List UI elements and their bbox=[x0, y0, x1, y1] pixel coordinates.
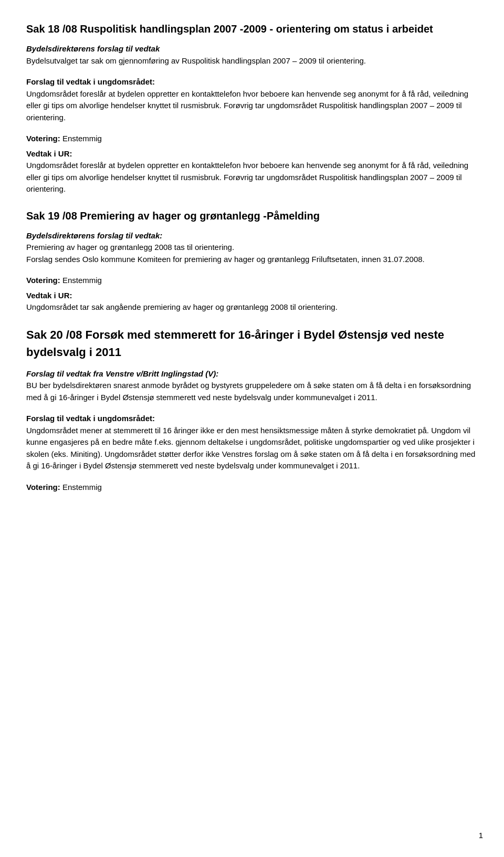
sak20-section: Sak 20 /08 Forsøk med stemmerett for 16-… bbox=[26, 326, 478, 494]
sak19-vedtak-paragraph: Vedtak i UR: Ungdomsrådet tar sak angåen… bbox=[26, 290, 478, 313]
sak20-votering-label: Votering: bbox=[26, 483, 60, 492]
sak19-votering-label: Votering: bbox=[26, 276, 60, 285]
sak19-votering-block: Votering: Enstemmig bbox=[26, 275, 478, 287]
sak18-bydelsdirektoren-label: Bydelsdirektørens forslag til vedtak bbox=[26, 44, 160, 53]
sak18-votering-label: Votering: bbox=[26, 134, 60, 143]
sak20-title: Sak 20 /08 Forsøk med stemmerett for 16-… bbox=[26, 326, 478, 361]
sak20-votering-value: Enstemmig bbox=[62, 483, 102, 492]
sak19-bydelsdirektoren-text2: Forslag sendes Oslo kommune Komiteen for… bbox=[26, 255, 425, 264]
sak18-bydelsdirektoren-text: Bydelsutvalget tar sak om gjennomføring … bbox=[26, 56, 366, 65]
sak18-vedtak-block: Vedtak i UR: Ungdomsrådet foreslår at by… bbox=[26, 148, 478, 195]
sak18-vedtak-text: Ungdomsrådet foreslår at bydelen opprett… bbox=[26, 161, 468, 193]
sak19-bydelsdirektoren-label: Bydelsdirektørens forslag til vedtak: bbox=[26, 231, 162, 240]
sak20-forslag-fra-block: Forslag til vedtak fra Venstre v/Britt I… bbox=[26, 368, 478, 404]
sak18-forslag-text: Ungdomsrådet foreslår at bydelen opprett… bbox=[26, 89, 468, 122]
sak19-vedtak-block: Vedtak i UR: Ungdomsrådet tar sak angåen… bbox=[26, 290, 478, 313]
sak18-votering-block: Votering: Enstemmig bbox=[26, 133, 478, 145]
sak19-bydelsdirektoren-text1: Premiering av hager og grøntanlegg 2008 … bbox=[26, 243, 234, 252]
sak18-forslag-paragraph: Forslag til vedtak i ungdomsrådet: Ungdo… bbox=[26, 76, 478, 123]
sak19-bydelsdirektoren-block: Bydelsdirektørens forslag til vedtak: Pr… bbox=[26, 230, 478, 266]
sak18-section: Sak 18 /08 Ruspolitisk handlingsplan 200… bbox=[26, 21, 478, 195]
sak19-vedtak-text: Ungdomsrådet tar sak angående premiering… bbox=[26, 302, 338, 311]
sak19-vedtak-label: Vedtak i UR: bbox=[26, 291, 72, 300]
sak18-forslag-block: Forslag til vedtak i ungdomsrådet: Ungdo… bbox=[26, 76, 478, 123]
sak20-forslag-fra-paragraph: Forslag til vedtak fra Venstre v/Britt I… bbox=[26, 368, 478, 404]
sak19-title: Sak 19 /08 Premiering av hager og grønta… bbox=[26, 208, 478, 224]
sak20-votering-block: Votering: Enstemmig bbox=[26, 482, 478, 494]
sak20-forslag-ungdom-text: Ungdomsrådet mener at stemmerett til 16 … bbox=[26, 426, 475, 471]
sak18-forslag-label: Forslag til vedtak i ungdomsrådet: bbox=[26, 77, 155, 86]
sak19-section: Sak 19 /08 Premiering av hager og grønta… bbox=[26, 208, 478, 313]
sak20-forslag-ungdom-paragraph: Forslag til vedtak i ungdomsrådet: Ungdo… bbox=[26, 413, 478, 472]
sak20-forslag-fra-text: BU ber bydelsdirektøren snarest anmode b… bbox=[26, 381, 471, 402]
sak20-forslag-ungdom-label: Forslag til vedtak i ungdomsrådet: bbox=[26, 414, 155, 423]
sak20-forslag-fra-label: Forslag til vedtak fra Venstre v/Britt I… bbox=[26, 369, 218, 378]
sak19-votering-value: Enstemmig bbox=[62, 276, 102, 285]
sak20-forslag-ungdom-block: Forslag til vedtak i ungdomsrådet: Ungdo… bbox=[26, 413, 478, 472]
sak18-vedtak-label: Vedtak i UR: bbox=[26, 149, 72, 158]
sak18-vedtak-paragraph: Vedtak i UR: Ungdomsrådet foreslår at by… bbox=[26, 148, 478, 195]
sak18-title: Sak 18 /08 Ruspolitisk handlingsplan 200… bbox=[26, 21, 478, 37]
sak18-bydelsdirektoren-block: Bydelsdirektørens forslag til vedtak Byd… bbox=[26, 43, 478, 67]
sak18-votering-value: Enstemmig bbox=[62, 134, 102, 143]
